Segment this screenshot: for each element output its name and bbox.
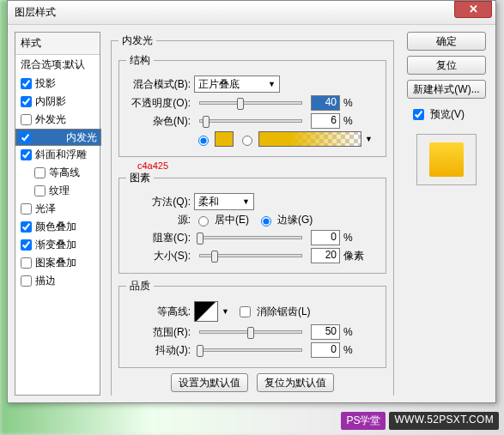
sidebar-item-6[interactable]: 纹理 — [15, 182, 100, 200]
sidebar-item-label: 外发光 — [35, 112, 66, 127]
cancel-button[interactable]: 复位 — [407, 56, 486, 75]
sidebar-item-label: 投影 — [35, 76, 56, 91]
preview-checkbox[interactable] — [413, 109, 424, 120]
sidebar-item-label: 颜色叠加 — [35, 220, 76, 234]
source-edge-radio[interactable] — [261, 216, 271, 227]
contour-picker[interactable] — [194, 301, 218, 322]
sidebar-item-10[interactable]: 图案叠加 — [15, 254, 100, 272]
range-input[interactable]: 50 — [311, 324, 340, 340]
sidebar-item-4[interactable]: 斜面和浮雕 — [15, 146, 100, 164]
set-default-button[interactable]: 设置为默认值 — [171, 373, 248, 392]
gradient-swatch[interactable] — [258, 131, 361, 147]
label-jitter: 抖动(J): — [126, 343, 191, 358]
sidebar-item-checkbox[interactable] — [34, 185, 46, 196]
jitter-slider[interactable] — [199, 348, 302, 352]
sidebar-item-label: 内阴影 — [35, 94, 66, 109]
sidebar-item-label: 纹理 — [49, 184, 70, 198]
sidebar-item-0[interactable]: 投影 — [15, 75, 100, 93]
choke-slider[interactable] — [199, 236, 302, 239]
sidebar-item-label: 斜面和浮雕 — [35, 148, 87, 162]
sidebar-item-checkbox[interactable] — [21, 78, 32, 89]
sidebar-item-label: 图案叠加 — [35, 256, 76, 270]
opacity-input[interactable]: 40 — [311, 95, 340, 111]
sidebar-item-label: 内发光 — [66, 130, 97, 145]
sidebar-item-checkbox[interactable] — [21, 257, 32, 269]
preview-swatch — [429, 142, 464, 177]
sidebar-item-label: 等高线 — [49, 166, 80, 180]
color-mode-solid-radio[interactable] — [198, 136, 209, 146]
noise-slider[interactable] — [199, 119, 302, 123]
sidebar-item-1[interactable]: 内阴影 — [15, 93, 100, 111]
group-quality: 品质 等高线: ▼ 消除锯齿(L) 范围(R): 50 % — [118, 279, 386, 368]
group-elements: 图素 方法(Q): 柔和▼ 源: 居中(E) 边缘(G) — [118, 171, 386, 274]
antialias-checkbox[interactable] — [240, 306, 251, 317]
layer-style-dialog: 图层样式 ✕ 样式 混合选项:默认 投影内阴影外发光内发光斜面和浮雕等高线纹理光… — [7, 0, 496, 403]
size-input[interactable]: 20 — [311, 248, 340, 263]
group-structure: 结构 混合模式(B): 正片叠底▼ 不透明度(O): 40 % — [118, 53, 386, 157]
sidebar-item-checkbox[interactable] — [21, 149, 32, 160]
chevron-down-icon[interactable]: ▼ — [365, 135, 373, 143]
sidebar-item-5[interactable]: 等高线 — [15, 164, 100, 182]
watermark: PS学堂 WWW.52PSXT.COM — [341, 412, 499, 430]
group-title: 内发光 — [118, 33, 156, 48]
reset-default-button[interactable]: 复位为默认值 — [257, 373, 334, 392]
size-slider[interactable] — [199, 254, 302, 257]
source-center-radio[interactable] — [198, 216, 209, 227]
label-blend: 混合模式(B): — [126, 77, 191, 92]
sidebar-item-checkbox[interactable] — [21, 114, 32, 125]
sidebar-item-label: 描边 — [35, 274, 56, 288]
choke-input[interactable]: 0 — [311, 230, 340, 245]
sidebar-item-11[interactable]: 描边 — [15, 272, 100, 290]
label-size: 大小(S): — [126, 249, 191, 263]
sidebar-item-checkbox[interactable] — [21, 239, 32, 251]
chevron-down-icon: ▼ — [268, 80, 276, 88]
sidebar-item-2[interactable]: 外发光 — [15, 111, 100, 129]
sidebar-item-checkbox[interactable] — [34, 167, 46, 178]
label-noise: 杂色(N): — [126, 114, 191, 129]
titlebar[interactable]: 图层样式 ✕ — [8, 1, 495, 25]
close-button[interactable]: ✕ — [454, 1, 492, 18]
sidebar-subheader[interactable]: 混合选项:默认 — [15, 55, 100, 75]
range-slider[interactable] — [199, 330, 302, 334]
sidebar-item-9[interactable]: 渐变叠加 — [15, 236, 100, 254]
label-source: 源: — [126, 213, 191, 227]
styles-sidebar: 样式 混合选项:默认 投影内阴影外发光内发光斜面和浮雕等高线纹理光泽颜色叠加渐变… — [15, 32, 100, 396]
method-select[interactable]: 柔和▼ — [194, 193, 254, 210]
chevron-down-icon[interactable]: ▼ — [222, 307, 229, 316]
sidebar-item-label: 光泽 — [35, 202, 56, 216]
main-panel: 内发光 结构 混合模式(B): 正片叠底▼ 不透明度(O): 40 % — [107, 32, 398, 396]
chevron-down-icon: ▼ — [242, 197, 250, 206]
label-range: 范围(R): — [126, 325, 191, 340]
sidebar-header: 样式 — [15, 33, 100, 55]
label-method: 方法(Q): — [126, 195, 191, 209]
sidebar-item-8[interactable]: 颜色叠加 — [15, 218, 100, 236]
noise-input[interactable]: 6 — [311, 113, 340, 129]
label-choke: 阻塞(C): — [126, 231, 191, 245]
sidebar-item-checkbox[interactable] — [21, 203, 32, 214]
sidebar-item-checkbox[interactable] — [20, 132, 31, 143]
sidebar-item-3[interactable]: 内发光 — [15, 129, 101, 146]
color-mode-gradient-radio[interactable] — [242, 136, 252, 146]
sidebar-item-label: 渐变叠加 — [35, 238, 76, 252]
dialog-title: 图层样式 — [11, 5, 454, 20]
preview-box — [416, 134, 477, 185]
opacity-slider[interactable] — [199, 101, 302, 105]
jitter-input[interactable]: 0 — [311, 342, 340, 358]
blend-mode-select[interactable]: 正片叠底▼ — [194, 76, 280, 93]
new-style-button[interactable]: 新建样式(W)... — [407, 80, 486, 99]
sidebar-item-checkbox[interactable] — [21, 221, 32, 233]
ok-button[interactable]: 确定 — [407, 32, 486, 51]
sidebar-item-7[interactable]: 光泽 — [15, 200, 100, 218]
label-contour: 等高线: — [126, 305, 191, 319]
annotation-text: c4a425 — [137, 160, 386, 171]
group-inner-glow: 内发光 结构 混合模式(B): 正片叠底▼ 不透明度(O): 40 % — [111, 33, 394, 396]
sidebar-item-checkbox[interactable] — [21, 275, 32, 287]
sidebar-item-checkbox[interactable] — [21, 96, 32, 107]
label-opacity: 不透明度(O): — [126, 96, 191, 111]
right-panel: 确定 复位 新建样式(W)... 预览(V) — [404, 32, 489, 396]
color-swatch[interactable] — [215, 131, 234, 147]
